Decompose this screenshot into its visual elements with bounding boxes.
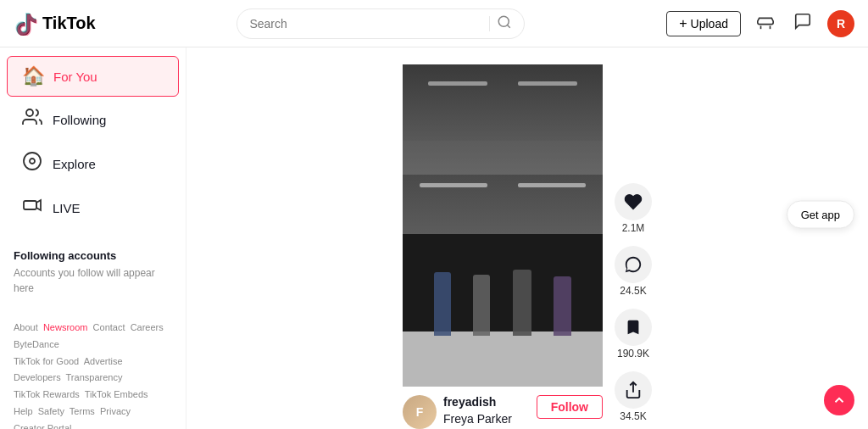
sidebar-item-explore[interactable]: Explore [7,142,179,185]
footer-careers[interactable]: Careers [131,322,164,332]
scene-top-bg [403,64,603,175]
video-meta-row: F freyadish Freya Parker Oreo cookie bar… [403,395,603,429]
svg-line-1 [508,25,510,27]
footer-developers[interactable]: Developers [14,372,61,382]
like-button[interactable]: 2.1M [615,183,652,234]
video-info: F freyadish Freya Parker Oreo cookie bar… [403,387,603,429]
footer-newsroom[interactable]: Newsroom [43,322,88,332]
messages-svg [793,12,812,31]
display-name: Freya Parker [443,412,512,426]
footer-row-6: Help Safety Terms Privacy [14,404,172,421]
video-top-frame [403,64,603,175]
svg-point-0 [499,16,509,26]
svg-point-6 [30,159,35,164]
follow-button[interactable]: Follow [537,395,603,419]
avatar-image: F [403,395,437,429]
explore-icon [20,151,44,176]
svg-rect-7 [24,201,36,209]
footer-privacy[interactable]: Privacy [100,406,131,416]
username[interactable]: freyadish [443,395,496,409]
main-layout: 🏠 For You Following [0,47,868,429]
footer-row-7: Creator Portal [14,421,172,429]
inbox-svg [756,12,775,31]
share-icon [615,371,652,409]
header-actions: + Upload R [666,8,854,38]
search-icon [497,14,512,30]
back-to-top-button[interactable] [824,385,854,415]
get-app-button[interactable]: Get app [787,201,854,229]
inbox-icon[interactable] [753,8,778,38]
main-nav: 🏠 For You Following [0,56,186,229]
footer-terms[interactable]: Terms [70,406,95,416]
user-avatar[interactable]: F [403,395,437,429]
header: TikTok + Upload R [0,0,868,47]
footer-links: About Newsroom Contact Careers ByteDance… [14,320,172,429]
following-accounts-title: Following accounts [14,249,172,262]
footer-tiktok-embeds[interactable]: TikTok Embeds [85,389,148,399]
footer-help[interactable]: Help [14,406,33,416]
svg-point-4 [26,109,33,116]
video-card: F freyadish Freya Parker Oreo cookie bar… [403,64,652,429]
scene-bg [403,175,603,387]
search-divider [489,16,490,31]
sidebar: 🏠 For You Following [0,47,186,429]
tiktok-logo-icon [14,12,37,36]
comment-count: 24.5K [620,285,646,297]
footer-tiktok-for-good[interactable]: TikTok for Good [14,356,79,366]
footer-contact[interactable]: Contact [93,322,125,332]
following-label: Following [53,113,106,127]
messages-icon[interactable] [790,8,815,38]
like-icon [615,183,652,220]
chevron-up-icon [832,393,847,408]
explore-label: Explore [53,157,96,171]
live-icon [20,195,44,220]
footer-row-1: About Newsroom Contact Careers [14,320,172,337]
logo[interactable]: TikTok [14,12,96,36]
search-button[interactable] [497,14,512,33]
footer-row-2: ByteDance [14,337,172,354]
avatar-letter: R [837,17,845,31]
footer-safety[interactable]: Safety [38,406,64,416]
search-input[interactable] [249,17,482,31]
upload-plus-icon: + [679,16,687,31]
logo-text: TikTok [42,14,96,33]
video-actions: 2.1M 24.5K [603,64,652,429]
share-button[interactable]: 34.5K [615,371,652,422]
user-avatar-button[interactable]: R [827,10,854,37]
like-count: 2.1M [622,222,645,234]
bookmark-button[interactable]: 190.9K [615,309,652,359]
following-icon [20,107,44,132]
share-count: 34.5K [620,410,646,422]
content-area: F freyadish Freya Parker Oreo cookie bar… [186,47,868,429]
comment-button[interactable]: 24.5K [615,246,652,297]
search-bar [236,8,525,39]
comment-icon [615,246,652,283]
following-accounts-desc: Accounts you follow will appear here [14,265,172,296]
for-you-label: For You [53,70,97,84]
sidebar-item-for-you[interactable]: 🏠 For You [7,56,179,97]
footer-row-5: TikTok Rewards TikTok Embeds [14,387,172,404]
sidebar-item-live[interactable]: LIVE [7,187,179,229]
following-accounts-section: Following accounts Accounts you follow w… [0,239,186,296]
footer-about[interactable]: About [14,322,38,332]
footer-row-3: TikTok for Good Advertise [14,354,172,370]
sidebar-item-following[interactable]: Following [7,98,179,141]
footer-tiktok-rewards[interactable]: TikTok Rewards [14,389,80,399]
footer-creator-portal[interactable]: Creator Portal [14,423,71,429]
footer-transparency[interactable]: Transparency [66,372,123,382]
live-label: LIVE [53,201,81,215]
bookmark-count: 190.9K [617,348,649,359]
video-bottom-frame [403,175,603,387]
upload-button[interactable]: + Upload [666,11,741,36]
bookmark-icon [615,309,652,346]
footer-advertise[interactable]: Advertise [84,356,123,366]
username-row: freyadish Freya Parker [443,395,530,426]
footer-bytedance[interactable]: ByteDance [14,339,59,349]
sidebar-footer: About Newsroom Contact Careers ByteDance… [0,306,186,429]
meta-text: freyadish Freya Parker Oreo cookie bars … [443,395,530,429]
feed-wrapper: F freyadish Freya Parker Oreo cookie bar… [403,47,652,429]
upload-label: Upload [691,17,728,31]
video-thumbnail[interactable]: F freyadish Freya Parker Oreo cookie bar… [403,64,603,429]
svg-point-5 [24,153,41,170]
home-icon: 🏠 [21,65,45,87]
